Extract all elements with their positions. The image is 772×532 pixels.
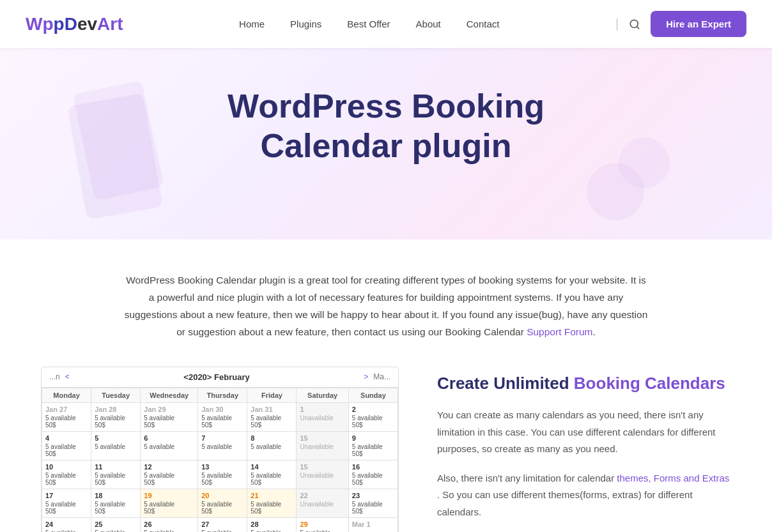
themes-link[interactable]: themes, Forms and Extras: [617, 473, 729, 483]
logo-p: p: [54, 14, 65, 34]
table-cell-unavailable: 15Unavailable: [297, 431, 348, 460]
cal-title: <2020> February: [75, 372, 359, 382]
section-body-1: You can create as many calendars as you …: [437, 407, 731, 457]
table-cell[interactable]: 25 available50$: [348, 402, 398, 431]
section-title-plain: Create Unlimited: [437, 374, 569, 393]
nav-right: | Hire an Expert: [615, 11, 746, 37]
table-cell[interactable]: 255 available50$: [91, 517, 141, 532]
table-cell[interactable]: Jan 305 available50$: [198, 402, 247, 431]
table-cell[interactable]: 115 available50$: [91, 460, 141, 489]
table-cell[interactable]: Jan 295 available50$: [141, 402, 198, 431]
cal-side-right: Ma...: [373, 372, 390, 381]
table-cell[interactable]: 135 available50$: [198, 460, 247, 489]
nav-about[interactable]: About: [416, 19, 441, 29]
nav-links: Home Plugins Best Offer About Contact: [239, 19, 499, 30]
col-thu: Thursday: [198, 388, 247, 402]
search-divider: |: [615, 17, 619, 31]
table-cell[interactable]: 95 available50$: [348, 431, 398, 460]
table-cell[interactable]: 235 available50$: [348, 489, 398, 517]
table-row: 175 available50$ 185 available50$ 195 av…: [42, 489, 398, 517]
table-cell[interactable]: 65 available: [141, 431, 198, 460]
table-cell[interactable]: 105 available50$: [42, 460, 91, 489]
logo-art: Art: [97, 14, 123, 34]
calendar-table: Monday Tuesday Wednesday Thursday Friday…: [42, 388, 398, 533]
calendar-container: ...n < <2020> February > Ma... Monday Tu…: [41, 367, 399, 533]
table-cell-highlighted[interactable]: 195 available50$: [141, 489, 198, 517]
hero-title-line2: Calendar plugin: [261, 127, 512, 164]
table-cell[interactable]: 175 available50$: [42, 489, 91, 517]
content-section: ...n < <2020> February > Ma... Monday Tu…: [22, 367, 750, 533]
table-cell-unavailable: 22Unavailable: [297, 489, 348, 517]
table-cell[interactable]: 145 available50$: [247, 460, 297, 489]
table-cell[interactable]: 265 available50$: [141, 517, 198, 532]
hero-section: WordPress Booking Calendar plugin: [0, 48, 772, 239]
hero-title: WordPress Booking Calendar plugin: [13, 86, 759, 166]
table-cell-highlighted[interactable]: 215 available50$: [247, 489, 297, 517]
table-cell[interactable]: 45 available50$: [42, 431, 91, 460]
calendar-header: ...n < <2020> February > Ma...: [42, 367, 398, 388]
table-cell[interactable]: 185 available50$: [91, 489, 141, 517]
logo[interactable]: WppDevArt: [26, 14, 123, 34]
col-tue: Tuesday: [91, 388, 141, 402]
table-cell[interactable]: 85 available: [247, 431, 297, 460]
table-cell[interactable]: Jan 285 available50$: [91, 402, 141, 431]
col-fri: Friday: [247, 388, 297, 402]
col-sat: Saturday: [297, 388, 348, 402]
table-cell[interactable]: 165 available50$: [348, 460, 398, 489]
description-text: WordPress Booking Calendar plugin is a g…: [124, 271, 648, 341]
description-text-after: .: [593, 326, 596, 337]
col-wed: Wednesday: [141, 388, 198, 402]
description-block: WordPress Booking Calendar plugin is a g…: [111, 271, 661, 341]
table-cell[interactable]: 125 available50$: [141, 460, 198, 489]
navbar: WppDevArt Home Plugins Best Offer About …: [0, 0, 772, 48]
hire-expert-button[interactable]: Hire an Expert: [651, 11, 746, 37]
table-cell[interactable]: 245 available50$: [42, 517, 91, 532]
cal-prev[interactable]: <: [65, 372, 70, 381]
table-cell-unavailable: 1Unavailable: [297, 402, 348, 431]
nav-best-offer[interactable]: Best Offer: [347, 19, 390, 29]
table-cell[interactable]: Jan 315 available50$: [247, 402, 297, 431]
nav-home[interactable]: Home: [239, 19, 265, 29]
search-icon: [629, 19, 640, 30]
calendar-widget: ...n < <2020> February > Ma... Monday Tu…: [41, 367, 399, 533]
table-cell[interactable]: Mar 1: [348, 517, 398, 532]
table-row: Jan 275 available50$ Jan 285 available50…: [42, 402, 398, 431]
table-row: 245 available50$ 255 available50$ 265 av…: [42, 517, 398, 532]
logo-wp: Wp: [26, 14, 54, 34]
cal-side-label: ...n: [49, 372, 60, 381]
section-title-accent: Booking Calendars: [574, 374, 725, 393]
section-body2-before: Also, there isn't any limitation for cal…: [437, 473, 614, 483]
search-button[interactable]: [629, 19, 640, 30]
section-title: Create Unlimited Booking Calendars: [437, 373, 731, 395]
section-body2-after: . So you can use different themes(forms,…: [437, 489, 693, 517]
col-mon: Monday: [42, 388, 91, 402]
table-cell[interactable]: 275 available50$: [198, 517, 247, 532]
hero-title-line1: WordPress Booking: [228, 87, 544, 125]
support-forum-link[interactable]: Support Forum: [527, 326, 592, 337]
logo-ev: ev: [77, 14, 97, 34]
nav-contact[interactable]: Contact: [467, 19, 500, 29]
section-body-2: Also, there isn't any limitation for cal…: [437, 470, 731, 521]
table-cell[interactable]: 285 available50$: [247, 517, 297, 532]
table-cell-unavailable: 15Unavailable: [297, 460, 348, 489]
col-sun: Sunday: [348, 388, 398, 402]
table-cell[interactable]: Jan 275 available50$: [42, 402, 91, 431]
svg-line-1: [637, 26, 639, 28]
table-cell-orange[interactable]: 295 available50$: [297, 517, 348, 532]
table-row: 105 available50$ 115 available50$ 125 av…: [42, 460, 398, 489]
table-row: 45 available50$ 55 available 65 availabl…: [42, 431, 398, 460]
table-cell[interactable]: 55 available: [91, 431, 141, 460]
nav-plugins[interactable]: Plugins: [290, 19, 321, 29]
table-cell[interactable]: 75 available: [198, 431, 247, 460]
table-cell-highlighted[interactable]: 205 available50$: [198, 489, 247, 517]
logo-dev: D: [65, 14, 77, 34]
cal-next[interactable]: >: [364, 372, 368, 381]
right-content: Create Unlimited Booking Calendars You c…: [437, 367, 731, 533]
